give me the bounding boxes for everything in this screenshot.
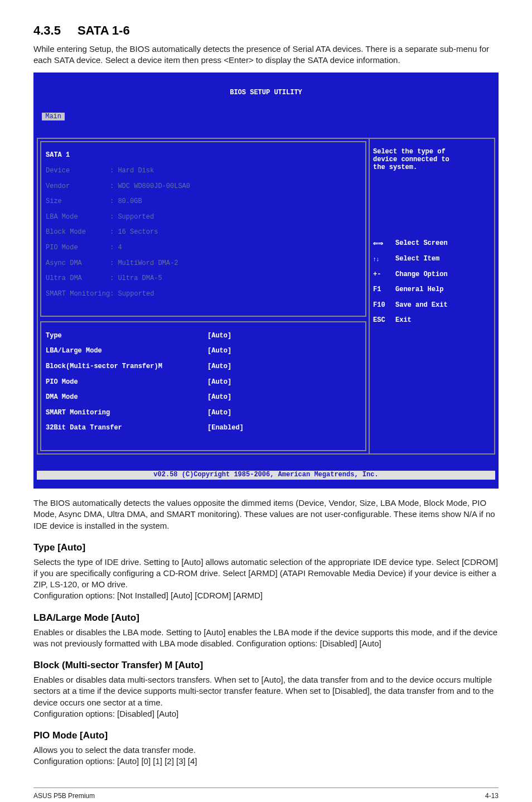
- bios-cfg-type[interactable]: Type[Auto]: [46, 332, 361, 340]
- page-footer: ASUS P5B Premium 4-13: [33, 787, 499, 800]
- bios-copyright-footer: v02.58 (C)Copyright 1985-2006, American …: [37, 471, 495, 480]
- block-paragraph-2: Configuration options: [Disabled] [Auto]: [33, 708, 499, 719]
- footer-product: ASUS P5B Premium: [33, 791, 95, 800]
- bios-key-change-option: +-Change Option: [373, 271, 491, 279]
- bios-help-panel: Select the type of device connected to t…: [369, 139, 494, 453]
- bios-dim-block: Block Mode: 16 Sectors: [46, 229, 361, 236]
- bios-tab-bar: Main: [33, 113, 499, 122]
- bios-help-text: Select the type of device connected to t…: [373, 148, 491, 171]
- type-paragraph-1: Selects the type of IDE drive. Setting t…: [33, 557, 499, 591]
- bios-cfg-smart[interactable]: SMART Monitoring[Auto]: [46, 409, 361, 417]
- intro-paragraph: While entering Setup, the BIOS automatic…: [33, 44, 499, 66]
- arrows-lr-icon: ⇐⇒: [373, 240, 390, 248]
- bios-dim-device: Device: Hard Disk: [46, 167, 361, 175]
- lba-heading: LBA/Large Mode [Auto]: [33, 612, 499, 625]
- bios-dim-lba: LBA Mode: Supported: [46, 214, 361, 221]
- bios-key-select-screen: ⇐⇒Select Screen: [373, 240, 491, 248]
- block-heading: Block (Multi-sector Transfer) M [Auto]: [33, 659, 499, 672]
- bios-cfg-dma[interactable]: DMA Mode[Auto]: [46, 394, 361, 402]
- type-heading: Type [Auto]: [33, 542, 499, 554]
- bios-cfg-block[interactable]: Block(Multi-sector Transfer)M[Auto]: [46, 363, 361, 371]
- bios-dim-vendor: Vendor: WDC WD800JD-00LSA0: [46, 183, 361, 191]
- pio-paragraph-1: Allows you to select the data transfer m…: [33, 745, 499, 756]
- bios-submenu-title: SATA 1: [46, 152, 361, 160]
- bios-device-info-box: SATA 1 Device: Hard Disk Vendor: WDC WD8…: [40, 141, 366, 317]
- pio-heading: PIO Mode [Auto]: [33, 729, 499, 742]
- bios-key-general-help: F1General Help: [373, 286, 491, 294]
- bios-dim-size: Size: 80.0GB: [46, 198, 361, 206]
- block-paragraph-1: Enables or disables data multi-sectors t…: [33, 674, 499, 708]
- section-title: SATA 1-6: [78, 23, 130, 37]
- bios-title: BIOS SETUP UTILITY: [33, 88, 499, 98]
- bios-cfg-pio[interactable]: PIO Mode[Auto]: [46, 379, 361, 386]
- section-heading: 4.3.5SATA 1-6: [33, 22, 499, 39]
- bios-dim-pio: PIO Mode: 4: [46, 244, 361, 252]
- after-bios-paragraph: The BIOS automatically detects the value…: [33, 497, 499, 532]
- bios-tab-main: Main: [42, 113, 65, 120]
- bios-key-save-exit: F10Save and Exit: [373, 302, 491, 310]
- bios-cfg-32bit[interactable]: 32Bit Data Transfer[Enabled]: [46, 424, 361, 432]
- section-number: 4.3.5: [33, 22, 61, 39]
- bios-dim-smart: SMART Monitoring: Supported: [46, 291, 361, 298]
- arrows-ud-icon: ↑↓: [373, 255, 390, 263]
- pio-paragraph-2: Configuration options: [Auto] [0] [1] [2…: [33, 756, 499, 767]
- bios-dim-ultra: Ultra DMA: Ultra DMA-5: [46, 275, 361, 283]
- bios-setup-screenshot: BIOS SETUP UTILITY Main SATA 1 Device: H…: [33, 73, 499, 489]
- bios-cfg-lba[interactable]: LBA/Large Mode[Auto]: [46, 347, 361, 355]
- type-paragraph-2: Configuration options: [Not Installed] […: [33, 590, 499, 601]
- footer-page-number: 4-13: [485, 791, 499, 800]
- bios-dim-async: Async DMA: MultiWord DMA-2: [46, 260, 361, 268]
- bios-key-exit: ESCExit: [373, 317, 491, 325]
- bios-config-box: Type[Auto] LBA/Large Mode[Auto] Block(Mu…: [40, 321, 366, 451]
- lba-paragraph: Enables or disables the LBA mode. Settin…: [33, 627, 499, 650]
- bios-key-select-item: ↑↓Select Item: [373, 255, 491, 263]
